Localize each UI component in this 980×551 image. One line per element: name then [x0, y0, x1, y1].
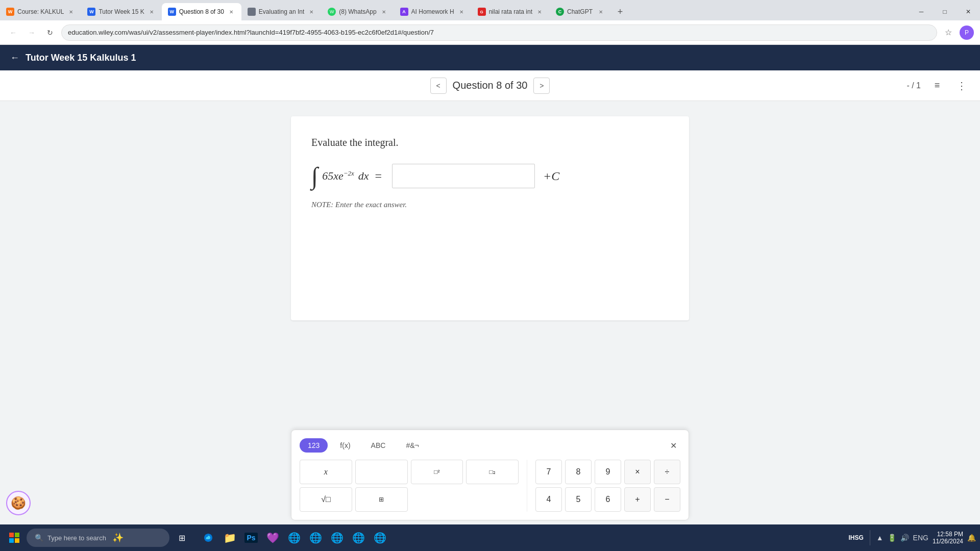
- window-controls: ─ □ ✕: [910, 2, 980, 22]
- question-list-button[interactable]: ≡: [929, 78, 945, 94]
- key-7[interactable]: 7: [535, 460, 562, 484]
- key-sqrt[interactable]: √□: [300, 487, 352, 512]
- taskbar-app-ps[interactable]: Ps: [241, 528, 261, 548]
- taskview-button[interactable]: ⊞: [172, 528, 192, 548]
- key-subtract[interactable]: −: [654, 487, 680, 512]
- taskbar-search-text: Type here to search: [47, 534, 106, 542]
- taskbar-app-explorer[interactable]: 📁: [219, 528, 240, 548]
- chrome-5-icon: 🌐: [374, 532, 386, 544]
- tab-1-close[interactable]: ✕: [67, 8, 75, 16]
- dx-symbol: dx: [358, 169, 369, 183]
- keyboard-tab-special[interactable]: #&¬: [398, 438, 427, 453]
- key-multiply[interactable]: ×: [624, 460, 651, 484]
- chrome-2-icon: 🌐: [309, 532, 322, 544]
- profile-button[interactable]: P: [960, 26, 974, 40]
- tab-3-favicon: W: [168, 8, 176, 16]
- tab-2-title: Tutor Week 15 K: [99, 8, 144, 15]
- keyboard-tab-123[interactable]: 123: [300, 438, 328, 453]
- battery-icon[interactable]: 🔋: [888, 534, 896, 542]
- question-label: Question 8 of 30: [453, 80, 528, 91]
- taskbar-search[interactable]: 🔍 Type here to search ✨: [27, 529, 169, 547]
- taskbar-app-chrome3[interactable]: 🌐: [327, 528, 347, 548]
- browser-chrome: W Course: KALKUL ✕ W Tutor Week 15 K ✕ W…: [0, 0, 980, 45]
- math-keyboard: 123 f(x) ABC #&¬ ✕ x □² □₂ √□ ⊞ 7 8 9 × …: [291, 430, 689, 520]
- tab-4-close[interactable]: ✕: [307, 8, 315, 16]
- taskbar-app-discord[interactable]: 💜: [262, 528, 283, 548]
- maximize-button[interactable]: □: [933, 2, 957, 22]
- system-clock[interactable]: 12:58 PM 11/26/2024: [933, 531, 963, 545]
- question-nav-bar: < Question 8 of 30 > - / 1 ≡ ⋮: [0, 70, 980, 101]
- browser-tab-4[interactable]: Evaluating an Int ✕: [241, 3, 322, 20]
- cookie-consent-button[interactable]: 🍪: [6, 491, 31, 515]
- taskbar-app-edge[interactable]: [198, 528, 218, 548]
- bookmark-button[interactable]: ☆: [941, 26, 955, 40]
- tab-bar: W Course: KALKUL ✕ W Tutor Week 15 K ✕ W…: [0, 0, 980, 20]
- discord-icon: 💜: [266, 532, 279, 544]
- search-icon: 🔍: [35, 534, 43, 542]
- clock-date: 11/26/2024: [933, 538, 963, 545]
- keyboard-tab-abc[interactable]: ABC: [363, 438, 394, 453]
- chrome-3-icon: 🌐: [331, 532, 344, 544]
- minimize-button[interactable]: ─: [910, 2, 933, 22]
- taskbar-app-chrome4[interactable]: 🌐: [348, 528, 369, 548]
- main-content: Evaluate the integral. ∫ 65xe−2x dx = +C…: [0, 101, 980, 336]
- more-options-button[interactable]: ⋮: [953, 78, 970, 94]
- key-subscript[interactable]: □₂: [466, 460, 519, 484]
- browser-tab-3[interactable]: W Question 8 of 30 ✕: [162, 3, 241, 20]
- forward-button[interactable]: →: [24, 26, 39, 40]
- key-4[interactable]: 4: [535, 487, 562, 512]
- next-question-button[interactable]: >: [533, 78, 550, 94]
- keyboard-tab-fx[interactable]: f(x): [332, 438, 358, 453]
- keyboard-left-section: x □² □₂ √□ ⊞: [300, 460, 519, 512]
- volume-icon[interactable]: 🔊: [900, 534, 909, 542]
- key-9[interactable]: 9: [595, 460, 621, 484]
- network-icon[interactable]: ▲: [876, 534, 884, 542]
- integrand: 65xe−2x: [322, 169, 354, 183]
- windows-logo-icon: [9, 533, 19, 543]
- browser-tab-2[interactable]: W Tutor Week 15 K ✕: [81, 3, 161, 20]
- close-button[interactable]: ✕: [957, 2, 980, 22]
- key-divide[interactable]: ÷: [654, 460, 680, 484]
- key-8[interactable]: 8: [565, 460, 592, 484]
- browser-tab-7[interactable]: G nilai rata rata int ✕: [472, 3, 550, 20]
- answer-input[interactable]: [392, 164, 535, 188]
- key-5[interactable]: 5: [565, 487, 592, 512]
- key-superscript[interactable]: □²: [411, 460, 463, 484]
- taskbar-app-chrome5[interactable]: 🌐: [370, 528, 390, 548]
- tab-6-close[interactable]: ✕: [457, 8, 465, 16]
- tab-6-favicon: A: [400, 8, 408, 16]
- header-back-button[interactable]: ←: [10, 53, 19, 63]
- svg-rect-1: [15, 533, 19, 537]
- taskbar-app-chrome2[interactable]: 🌐: [305, 528, 326, 548]
- tab-8-close[interactable]: ✕: [597, 8, 605, 16]
- taskbar-app-chrome1[interactable]: 🌐: [284, 528, 304, 548]
- browser-tab-5[interactable]: W (8) WhatsApp ✕: [322, 3, 394, 20]
- back-button[interactable]: ←: [6, 26, 20, 40]
- math-equation: ∫ 65xe−2x dx = +C: [311, 164, 669, 188]
- equals-sign: =: [375, 169, 382, 183]
- tab-7-close[interactable]: ✕: [535, 8, 544, 16]
- key-add[interactable]: +: [624, 487, 651, 512]
- notification-button[interactable]: 🔔: [967, 534, 976, 542]
- key-matrix[interactable]: ⊞: [355, 487, 408, 512]
- keyboard-close-button[interactable]: ✕: [666, 438, 680, 453]
- question-instruction: Evaluate the integral.: [311, 137, 669, 148]
- prev-question-button[interactable]: <: [430, 78, 447, 94]
- reload-button[interactable]: ↻: [43, 26, 57, 40]
- tab-5-close[interactable]: ✕: [380, 8, 388, 16]
- key-x[interactable]: x: [300, 460, 352, 484]
- address-input[interactable]: [61, 24, 937, 41]
- key-6[interactable]: 6: [595, 487, 621, 512]
- browser-tab-8[interactable]: C ChatGPT ✕: [550, 3, 611, 20]
- score-display: - / 1: [906, 81, 921, 90]
- start-button[interactable]: [4, 528, 24, 548]
- svg-rect-0: [9, 533, 14, 537]
- key-empty[interactable]: [355, 460, 408, 484]
- tab-2-close[interactable]: ✕: [148, 8, 156, 16]
- browser-tab-1[interactable]: W Course: KALKUL ✕: [0, 3, 81, 20]
- new-tab-button[interactable]: +: [613, 5, 627, 19]
- tab-3-close[interactable]: ✕: [227, 8, 235, 16]
- browser-tab-6[interactable]: A AI Homework H ✕: [394, 3, 472, 20]
- tab-7-favicon: G: [478, 8, 486, 16]
- ihsg-label: IHSG: [848, 534, 863, 541]
